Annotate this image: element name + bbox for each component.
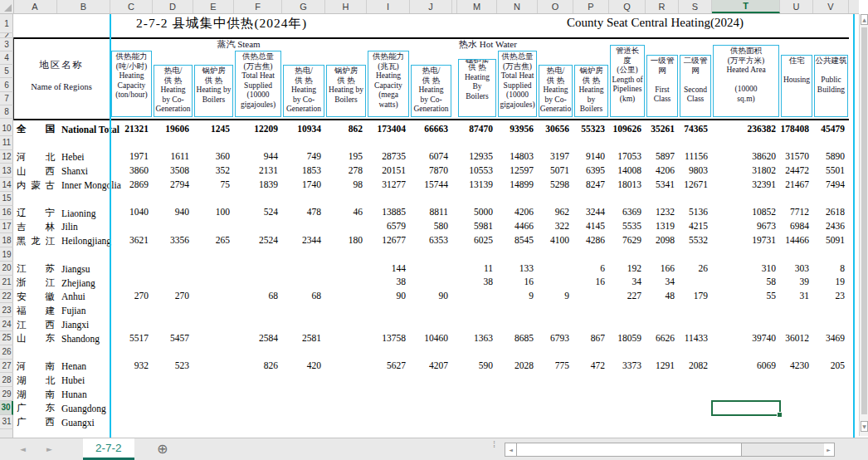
cell-C10[interactable]: 21321 — [110, 124, 149, 134]
cell-T17[interactable]: 9673 — [712, 221, 776, 231]
section-label-hot-water[interactable]: 热水 Hot Water — [367, 39, 609, 50]
cell-Q22[interactable]: 227 — [609, 291, 641, 301]
cell-H14[interactable]: 98 — [325, 179, 363, 189]
cell-V16[interactable]: 2618 — [813, 207, 845, 217]
section-label-steam[interactable]: 蒸汽 Steam — [110, 39, 367, 50]
cell-S22[interactable]: 179 — [679, 291, 708, 301]
cell-U10[interactable]: 178408 — [780, 124, 809, 134]
cell-J13[interactable]: 7870 — [410, 165, 448, 175]
cell-V21[interactable]: 19 — [813, 276, 845, 286]
prev-sheet-arrow-icon[interactable]: ◄ — [20, 445, 26, 453]
cell-S27[interactable]: 2082 — [679, 360, 708, 370]
cell-N21[interactable]: 16 — [497, 276, 534, 286]
row-header-3[interactable]: 3 — [0, 38, 13, 51]
cell-C27[interactable]: 932 — [110, 360, 149, 370]
cell-G18[interactable]: 2344 — [282, 235, 321, 245]
cell-P14[interactable]: 8247 — [573, 179, 605, 189]
cell-D16[interactable]: 940 — [153, 207, 189, 217]
header-cell-E[interactable]: 锅炉房供 热Heating byBoilers — [194, 65, 233, 117]
row-header-6[interactable]: 6 — [0, 79, 13, 92]
cell-C16[interactable]: 1040 — [110, 207, 149, 217]
cell-U27[interactable]: 4230 — [780, 360, 809, 370]
cell-D12[interactable]: 1611 — [153, 151, 189, 161]
column-header-N[interactable]: N — [497, 0, 538, 13]
cell-I22[interactable]: 90 — [367, 291, 406, 301]
column-header-Q[interactable]: Q — [609, 0, 646, 13]
cell-Q10[interactable]: 109626 — [609, 124, 641, 134]
cell-P10[interactable]: 55323 — [573, 124, 605, 134]
cell-Q17[interactable]: 5535 — [609, 221, 641, 231]
cell-R18[interactable]: 2098 — [646, 235, 675, 245]
cell-R16[interactable]: 1232 — [646, 207, 675, 217]
cell-S17[interactable]: 4215 — [679, 221, 708, 231]
cell-P20[interactable]: 6 — [573, 263, 605, 273]
pane-divider-left[interactable] — [110, 14, 111, 438]
cell-U14[interactable]: 21467 — [780, 179, 809, 189]
row-header-20[interactable]: 20 — [0, 262, 13, 276]
cell-S12[interactable]: 11156 — [679, 151, 708, 161]
row-header-22[interactable]: 22 — [0, 290, 13, 304]
cell-J12[interactable]: 6074 — [410, 151, 448, 161]
cell-O14[interactable]: 5298 — [538, 179, 569, 189]
cell-D18[interactable]: 3356 — [153, 235, 189, 245]
cell-Q27[interactable]: 3373 — [609, 360, 641, 370]
scrollbar-resize-handle[interactable]: ⁞ — [493, 442, 495, 447]
cell-M14[interactable]: 13139 — [457, 179, 493, 189]
cell-J22[interactable]: 90 — [410, 291, 448, 301]
cell-O16[interactable]: 962 — [538, 207, 569, 217]
region-cell-row-20[interactable]: 江苏Jiangsu — [17, 262, 90, 276]
cell-M17[interactable]: 5981 — [457, 221, 493, 231]
cell-I20[interactable]: 144 — [367, 263, 406, 273]
header-cell-I[interactable]: 供热能力(兆瓦)HeatingCapacity(megawatts) — [368, 51, 409, 117]
header-cell-M[interactable]: 锅炉房供 热HeatingByBoilers — [458, 59, 496, 117]
cell-P21[interactable]: 16 — [573, 276, 605, 286]
column-header-U[interactable]: U — [780, 0, 813, 13]
row-header-14[interactable]: 14 — [0, 178, 13, 192]
row-header-17[interactable]: 17 — [0, 220, 13, 234]
region-cell-row-18[interactable]: 黑龙江Heilongjiang — [17, 234, 111, 247]
cell-F13[interactable]: 2131 — [234, 165, 278, 175]
row-header-19[interactable]: 19 — [0, 247, 13, 262]
column-header-O[interactable]: O — [538, 0, 573, 13]
cell-J17[interactable]: 580 — [410, 221, 448, 231]
horizontal-scrollbar-track[interactable] — [742, 443, 824, 456]
cell-T25[interactable]: 39740 — [712, 333, 776, 343]
cell-G10[interactable]: 10934 — [282, 124, 321, 134]
cell-M25[interactable]: 1363 — [457, 333, 493, 343]
row-header-13[interactable]: 13 — [0, 164, 13, 178]
row-header-12[interactable]: 12 — [0, 150, 13, 164]
table-title-en[interactable]: County Seat Central Heating(2024) — [567, 16, 744, 30]
region-cell-row-31[interactable]: 广西Guangxi — [17, 416, 95, 429]
horizontal-scrollbar-thumb[interactable] — [516, 443, 742, 456]
column-header-V[interactable]: V — [813, 0, 849, 13]
header-cell-F[interactable]: 供热总量(万吉焦)Total HeatSupplied(10000gigajou… — [235, 51, 281, 117]
cell-I27[interactable]: 5627 — [367, 360, 406, 370]
cell-P25[interactable]: 867 — [573, 333, 605, 343]
cell-C14[interactable]: 2869 — [110, 179, 149, 189]
cell-U22[interactable]: 31 — [780, 291, 809, 301]
cell-T10[interactable]: 236382 — [712, 124, 776, 134]
cell-H12[interactable]: 195 — [325, 151, 363, 161]
cell-D14[interactable]: 2794 — [153, 179, 189, 189]
cell-G13[interactable]: 1853 — [282, 165, 321, 175]
cell-N13[interactable]: 12597 — [497, 165, 534, 175]
cell-N16[interactable]: 4206 — [497, 207, 534, 217]
cell-P27[interactable]: 472 — [573, 360, 605, 370]
region-cell-row-24[interactable]: 江西Jiangxi — [17, 318, 89, 331]
cell-N20[interactable]: 133 — [497, 263, 534, 273]
region-cell-row-21[interactable]: 浙江Zhejiang — [17, 276, 95, 290]
row-header-8[interactable]: 8 — [0, 105, 13, 119]
cell-I16[interactable]: 13885 — [367, 207, 406, 217]
cell-Q16[interactable]: 6369 — [609, 207, 641, 217]
header-cell-R[interactable]: 一级管网 FirstClass — [646, 55, 678, 117]
row-header-15[interactable]: 15 — [0, 192, 13, 206]
region-cell-row-30[interactable]: 广东Guangdong — [17, 402, 106, 415]
select-all-corner[interactable] — [0, 0, 14, 13]
cell-C22[interactable]: 270 — [110, 291, 149, 301]
cell-V20[interactable]: 8 — [813, 263, 845, 273]
region-cell-row-12[interactable]: 河北Hebei — [17, 151, 84, 164]
cell-S18[interactable]: 5532 — [679, 235, 708, 245]
row-header-5[interactable]: 5 — [0, 65, 13, 78]
cell-E18[interactable]: 265 — [193, 235, 230, 245]
column-header-P[interactable]: P — [573, 0, 609, 13]
